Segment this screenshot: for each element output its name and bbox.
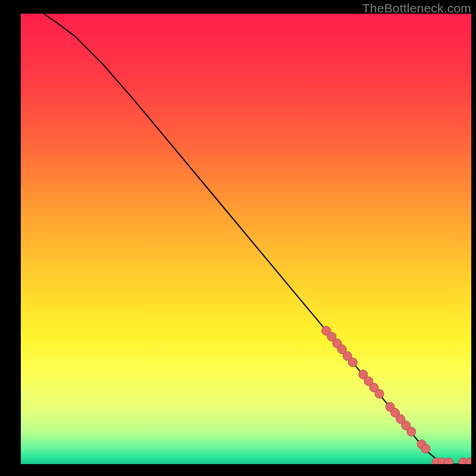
watermark-text: TheBottleneck.com (362, 1, 471, 15)
plot-area (21, 14, 471, 464)
chart-stage: TheBottleneck.com (0, 0, 476, 476)
chart-svg (21, 14, 471, 464)
data-marker (421, 444, 430, 453)
gradient-background (21, 14, 471, 464)
data-marker (407, 427, 416, 436)
data-marker (375, 389, 384, 398)
data-marker (444, 458, 453, 464)
data-marker (348, 358, 357, 367)
